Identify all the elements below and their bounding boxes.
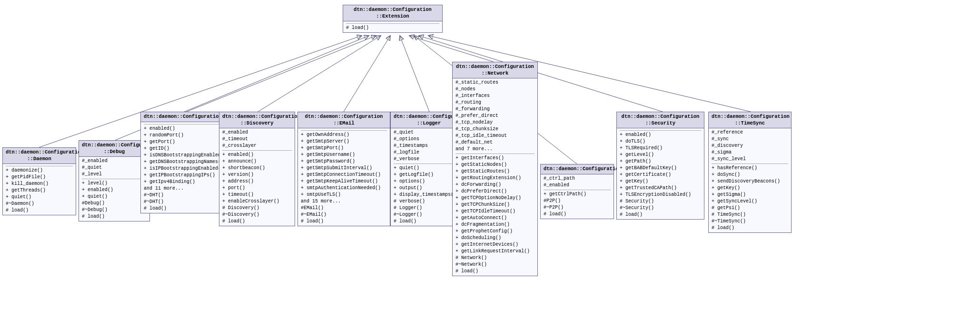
disc-line-10: #~Discovery() bbox=[222, 212, 292, 218]
disc-line-9: # Discovery() bbox=[222, 205, 292, 212]
sec-line-10: + TLSEncryptionDisabled() bbox=[620, 192, 701, 198]
sec-line-2: + doTLS() bbox=[620, 138, 701, 145]
sec-line-1: + enabled() bbox=[620, 132, 701, 138]
box-security: dtn::daemon::Configuration::Security + e… bbox=[616, 112, 704, 220]
debug-line-5: #~Debug() bbox=[82, 207, 147, 213]
ts-attr-3: #_discovery bbox=[712, 143, 788, 149]
daemon-line-6: #~Daemon() bbox=[6, 201, 73, 207]
sec-line-5: + getPath() bbox=[620, 158, 701, 165]
net-line-16: # Network() bbox=[455, 255, 535, 261]
debug-line-1: + level() bbox=[82, 180, 147, 187]
email-line-12: #EMail() bbox=[301, 205, 387, 212]
ts-attr-4: #_sigma bbox=[712, 149, 788, 156]
net-attr-5: #_forwarding bbox=[455, 106, 535, 113]
email-line-7: + getSmtpConnectionTimeout() bbox=[301, 172, 387, 178]
box-timesync-title: dtn::daemon::Configuration::TimeSync bbox=[709, 112, 791, 128]
disc-line-5: + address() bbox=[222, 178, 292, 185]
svg-line-5 bbox=[400, 36, 429, 112]
disc-line-11: # load() bbox=[222, 218, 292, 225]
email-line-2: + getSmtpServer() bbox=[301, 138, 387, 145]
net-attr-8: #_tcp_chunksize bbox=[455, 126, 535, 133]
net-line-8: + getTCPChunkSize() bbox=[455, 202, 535, 208]
ts-attr-5: #_sync_level bbox=[712, 156, 788, 163]
daemon-line-4: + getThreads() bbox=[6, 187, 73, 194]
p2p-line-3: #~P2P() bbox=[544, 204, 611, 211]
ts-attr-1: #_reference bbox=[712, 129, 788, 136]
dht-line-12: #~DHT() bbox=[144, 199, 228, 205]
box-debug-title: dtn::daemon::Configuration::Debug bbox=[79, 141, 149, 157]
net-line-6: + dcPreferDirect() bbox=[455, 188, 535, 195]
sec-line-4: + getLevel() bbox=[620, 152, 701, 158]
box-network-body: #_static_routes #_nodes #_interfaces #_r… bbox=[453, 78, 537, 276]
box-discovery-body: #_enabled #_timeout #_crosslayer + enabl… bbox=[219, 128, 295, 226]
sec-line-13: # load() bbox=[620, 212, 701, 218]
net-attr-6: #_prefer_direct bbox=[455, 113, 535, 119]
net-line-15: + getLinkRequestInterval() bbox=[455, 248, 535, 255]
dht-line-8: + getIPBootstrappingIPs() bbox=[144, 172, 228, 179]
net-line-17: #~Network() bbox=[455, 261, 535, 268]
p2p-attr-1: #_ctrl_path bbox=[544, 175, 611, 182]
dht-line-11: #~DHT() bbox=[144, 192, 228, 199]
net-attr-3: #_interfaces bbox=[455, 93, 535, 99]
box-timesync: dtn::daemon::Configuration::TimeSync #_r… bbox=[708, 112, 792, 233]
box-p2p: dtn::daemon::Configuration::P2P #_ctrl_p… bbox=[540, 164, 614, 219]
debug-attr-3: #_level bbox=[82, 171, 147, 178]
disc-line-2: + announce() bbox=[222, 158, 292, 165]
debug-attr-1: #_enabled bbox=[82, 158, 147, 164]
net-attr-11: and 7 more... bbox=[455, 146, 535, 153]
email-line-5: + getSmtpPassword() bbox=[301, 158, 387, 165]
box-extension-body: # load() bbox=[343, 21, 442, 32]
svg-line-3 bbox=[258, 36, 381, 112]
net-line-12: + getProphetConfig() bbox=[455, 228, 535, 235]
disc-line-4: + version() bbox=[222, 172, 292, 178]
box-email: dtn::daemon::Configuration::EMail + getO… bbox=[297, 112, 390, 226]
sec-line-9: + getTrustedCAPath() bbox=[620, 185, 701, 192]
sec-line-11: # Security() bbox=[620, 198, 701, 205]
daemon-line-1: + daemonize() bbox=[6, 167, 73, 174]
box-dht-body: + enabled() + randomPort() + getPort() +… bbox=[141, 122, 230, 213]
sec-line-3: + TLSRequired() bbox=[620, 145, 701, 152]
debug-line-4: #Debug() bbox=[82, 200, 147, 207]
box-daemon-title: dtn::daemon::Configuration::Daemon bbox=[3, 148, 76, 164]
box-dht: dtn::daemon::Configuration::DHT + enable… bbox=[140, 112, 231, 213]
dht-line-1: + enabled() bbox=[144, 125, 228, 132]
ts-line-2: + doSync() bbox=[712, 172, 788, 178]
disc-line-1: + enabled() bbox=[222, 152, 292, 158]
box-p2p-body: #_ctrl_path #_enabled + getCtrlPath() #P… bbox=[541, 174, 614, 219]
box-timesync-body: #_reference #_sync #_discovery #_sigma #… bbox=[709, 128, 791, 232]
dht-line-10: and 11 more... bbox=[144, 185, 228, 192]
daemon-line-2: + getPidFile() bbox=[6, 174, 73, 181]
box-email-body: + getOwnAddress() + getSmtpServer() + ge… bbox=[298, 128, 390, 226]
p2p-attr-2: #_enabled bbox=[544, 182, 611, 189]
dht-line-2: + randomPort() bbox=[144, 132, 228, 139]
net-line-2: + getStaticNodes() bbox=[455, 162, 535, 168]
daemon-line-7: # load() bbox=[6, 207, 73, 214]
email-line-10: + smtpUseTLS() bbox=[301, 192, 387, 198]
ts-line-6: + getSyncLevel() bbox=[712, 198, 788, 205]
email-line-14: # load() bbox=[301, 218, 387, 225]
sec-line-6: + getBABDefaultKey() bbox=[620, 165, 701, 172]
box-debug: dtn::daemon::Configuration::Debug #_enab… bbox=[79, 140, 150, 221]
box-daemon: dtn::daemon::Configuration::Daemon + dae… bbox=[2, 147, 76, 215]
box-extension: dtn::daemon::Configuration ::Extension #… bbox=[343, 5, 443, 33]
box-daemon-body: + daemonize() + getPidFile() + kill_daem… bbox=[3, 164, 76, 215]
box-email-title: dtn::daemon::Configuration::EMail bbox=[298, 112, 390, 128]
dht-line-6: + getDNSBootstrappingNames() bbox=[144, 159, 228, 165]
p2p-line-1: + getCtrlPath() bbox=[544, 191, 611, 198]
disc-attr-2: #_timeout bbox=[222, 136, 292, 143]
box-security-title: dtn::daemon::Configuration::Security bbox=[617, 112, 704, 128]
box-network: dtn::daemon::Configuration::Network #_st… bbox=[452, 62, 538, 276]
net-line-9: + getTCPIdleTimeout() bbox=[455, 208, 535, 215]
ts-attr-2: #_sync bbox=[712, 136, 788, 143]
dht-line-9: + getIpv4Binding() bbox=[144, 179, 228, 185]
svg-line-4 bbox=[344, 36, 390, 112]
p2p-line-4: # load() bbox=[544, 211, 611, 218]
box-dht-title: dtn::daemon::Configuration::DHT bbox=[141, 112, 230, 122]
email-line-4: + getSmtpUsername() bbox=[301, 152, 387, 158]
net-line-5: + dcForwarding() bbox=[455, 182, 535, 188]
box-p2p-title: dtn::daemon::Configuration::P2P bbox=[541, 164, 614, 174]
email-line-13: #~EMail() bbox=[301, 212, 387, 218]
box-network-title: dtn::daemon::Configuration::Network bbox=[453, 62, 537, 78]
net-line-7: + getTCPOptionNoDelay() bbox=[455, 195, 535, 202]
svg-line-6 bbox=[409, 36, 494, 62]
